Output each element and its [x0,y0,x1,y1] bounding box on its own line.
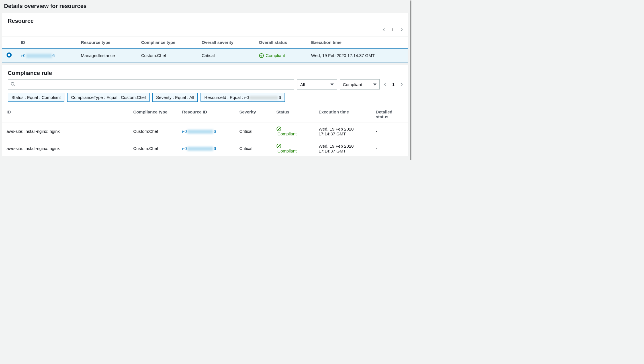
rule-col-id[interactable]: ID [2,106,129,123]
svg-point-1 [11,82,14,85]
compliance-rules-table: ID Compliance type Resource ID Severity … [2,106,408,156]
rule-compliance-type-cell: Custom:Chef [129,140,178,156]
check-circle-icon [276,143,281,149]
compliance-pager-page: 1 [391,82,396,87]
rule-res-suffix: 6 [214,146,216,151]
caret-down-icon [330,84,334,86]
compliance-panel-title: Compliance rule [8,70,402,76]
rule-col-status[interactable]: Status [272,106,314,123]
overall-severity-cell: Critical [197,48,254,63]
resource-pager-page: 1 [390,27,396,32]
svg-line-2 [14,85,15,86]
rule-compliance-type-cell: Custom:Chef [129,123,178,140]
rule-resource-id-link[interactable]: i-06 [182,146,216,151]
resource-panel-title: Resource [8,18,402,24]
radio-selected[interactable] [7,52,12,58]
rule-res-suffix: 6 [214,129,216,134]
rule-res-prefix: i-0 [182,146,187,151]
rule-id-cell: aws-site::install-nginx::nginx [2,123,129,140]
chevron-right-icon [400,28,404,32]
redacted-segment [26,54,52,58]
rule-col-resource-id[interactable]: Resource ID [177,106,235,123]
rule-row[interactable]: aws-site::install-nginx::nginx Custom:Ch… [2,123,408,140]
rule-status-cell: Compliant [276,149,297,153]
chevron-left-icon [382,28,386,32]
chip-resource-prefix: ResourceId : Equal : i-0 [204,95,249,100]
svg-point-3 [277,127,281,131]
svg-point-4 [277,144,281,148]
rule-col-compliance-type[interactable]: Compliance type [129,106,178,123]
compliance-search-input[interactable] [8,79,294,90]
compliance-type-cell: Custom:Chef [136,48,197,63]
filter-chip-severity[interactable]: Severity : Equal : All [152,93,198,102]
rule-execution-time-cell: Wed, 19 Feb 2020 17:14:37 GMT [314,123,371,140]
redacted-segment [187,130,213,134]
svg-point-0 [259,53,263,57]
chevron-right-icon [400,82,404,86]
compliance-pager-prev[interactable] [383,82,388,87]
compliance-panel: Compliance rule All Compliant 1 [2,65,408,156]
redacted-segment [250,96,278,99]
chip-resource-suffix: 6 [279,95,281,100]
rule-severity-cell: Critical [235,123,272,140]
resource-id-link[interactable]: i-06 [21,53,55,58]
resource-table: ID Resource type Compliance type Overall… [2,36,408,62]
filter-chip-status[interactable]: Status : Equal : Compliant [8,93,64,102]
rule-col-execution-time[interactable]: Execution time [314,106,371,123]
check-circle-icon [276,126,281,131]
resource-panel: Resource 1 ID Resource type Compliance t… [2,13,408,63]
col-overall-severity[interactable]: Overall severity [197,36,254,48]
severity-filter-dropdown[interactable]: All [297,79,337,90]
rule-detailed-status-cell: - [371,123,408,140]
col-compliance-type[interactable]: Compliance type [136,36,197,48]
rule-severity-cell: Critical [235,140,272,156]
resource-pager-next[interactable] [399,27,404,32]
rule-detailed-status-cell: - [371,140,408,156]
resource-type-cell: ManagedInstance [76,48,136,63]
status-filter-value: Compliant [343,82,362,87]
col-execution-time[interactable]: Execution time [306,36,408,48]
search-icon [11,82,15,87]
overall-status-cell: Compliant [266,53,285,58]
page-title: Details overview for resources [0,0,410,13]
col-overall-status[interactable]: Overall status [254,36,306,48]
col-id[interactable]: ID [16,36,76,48]
compliance-pager-next[interactable] [399,82,404,87]
severity-filter-value: All [300,82,305,87]
rule-col-detailed-status[interactable]: Detailed status [371,106,408,123]
resource-pager-prev[interactable] [381,27,387,32]
filter-chip-resource-id[interactable]: ResourceId : Equal : i-06 [201,93,285,102]
check-circle-icon [259,53,264,58]
rule-col-severity[interactable]: Severity [235,106,272,123]
caret-down-icon [373,84,377,86]
resource-id-suffix: 6 [52,53,55,58]
rule-execution-time-cell: Wed, 19 Feb 2020 17:14:37 GMT [314,140,371,156]
chevron-left-icon [383,82,387,86]
rule-id-cell: aws-site::install-nginx::nginx [2,140,129,156]
filter-chip-compliance-type[interactable]: ComplianceType : Equal : Custom:Chef [67,93,150,102]
rule-resource-id-link[interactable]: i-06 [182,129,216,134]
rule-row[interactable]: aws-site::install-nginx::nginx Custom:Ch… [2,140,408,156]
resource-row[interactable]: i-06 ManagedInstance Custom:Chef Critica… [2,48,408,63]
col-resource-type[interactable]: Resource type [76,36,136,48]
status-filter-dropdown[interactable]: Compliant [340,79,380,90]
execution-time-cell: Wed, 19 Feb 2020 17:14:37 GMT [306,48,408,63]
redacted-segment [187,147,213,151]
rule-res-prefix: i-0 [182,129,187,134]
resource-id-prefix: i-0 [21,53,26,58]
rule-status-cell: Compliant [276,131,297,136]
